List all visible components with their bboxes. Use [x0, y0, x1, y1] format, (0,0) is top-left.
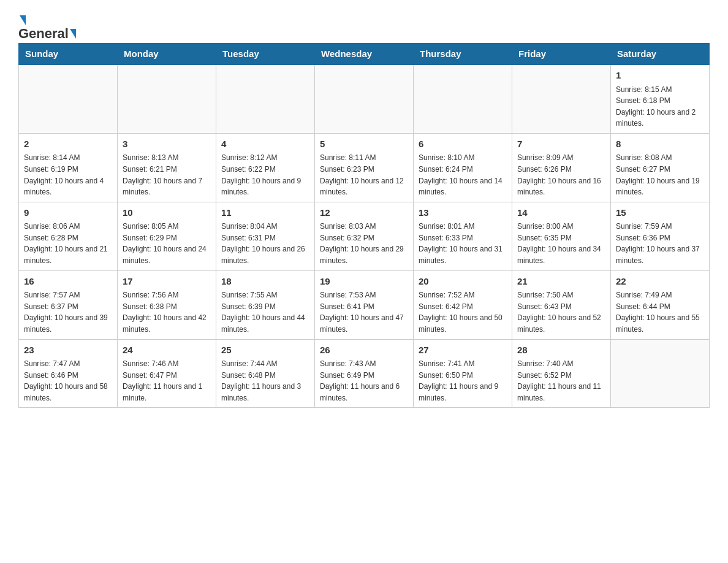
page-header: General — [18, 12, 710, 37]
calendar-cell: 27Sunrise: 7:41 AMSunset: 6:50 PMDayligh… — [414, 339, 512, 408]
day-info: Sunrise: 7:49 AMSunset: 6:44 PMDaylight:… — [616, 289, 704, 335]
calendar-cell: 28Sunrise: 7:40 AMSunset: 6:52 PMDayligh… — [512, 339, 611, 408]
calendar-cell: 16Sunrise: 7:57 AMSunset: 6:37 PMDayligh… — [19, 270, 118, 339]
calendar-cell: 23Sunrise: 7:47 AMSunset: 6:46 PMDayligh… — [19, 339, 118, 408]
column-header-thursday: Thursday — [414, 44, 512, 65]
calendar-cell: 8Sunrise: 8:08 AMSunset: 6:27 PMDaylight… — [611, 133, 710, 202]
day-info: Sunrise: 8:04 AMSunset: 6:31 PMDaylight:… — [221, 221, 309, 266]
calendar-cell: 18Sunrise: 7:55 AMSunset: 6:39 PMDayligh… — [216, 270, 315, 339]
calendar-cell: 20Sunrise: 7:52 AMSunset: 6:42 PMDayligh… — [414, 270, 512, 339]
day-info: Sunrise: 7:47 AMSunset: 6:46 PMDaylight:… — [24, 358, 112, 404]
day-number: 8 — [616, 137, 704, 151]
logo: General — [18, 12, 77, 37]
calendar-cell: 17Sunrise: 7:56 AMSunset: 6:38 PMDayligh… — [118, 270, 216, 339]
calendar-cell: 6Sunrise: 8:10 AMSunset: 6:24 PMDaylight… — [414, 133, 512, 202]
day-info: Sunrise: 8:00 AMSunset: 6:35 PMDaylight:… — [517, 221, 605, 266]
day-info: Sunrise: 8:12 AMSunset: 6:22 PMDaylight:… — [221, 152, 309, 197]
calendar-cell: 15Sunrise: 7:59 AMSunset: 6:36 PMDayligh… — [611, 202, 710, 270]
calendar-cell — [512, 64, 611, 133]
calendar-cell: 3Sunrise: 8:13 AMSunset: 6:21 PMDaylight… — [118, 133, 216, 202]
calendar-cell: 19Sunrise: 7:53 AMSunset: 6:41 PMDayligh… — [315, 270, 414, 339]
day-info: Sunrise: 7:55 AMSunset: 6:39 PMDaylight:… — [221, 289, 309, 335]
day-info: Sunrise: 7:53 AMSunset: 6:41 PMDaylight:… — [320, 289, 408, 335]
day-number: 24 — [123, 343, 211, 358]
day-info: Sunrise: 8:08 AMSunset: 6:27 PMDaylight:… — [616, 152, 704, 197]
day-number: 9 — [24, 206, 112, 220]
logo-triangle-icon2 — [70, 29, 76, 39]
day-info: Sunrise: 7:50 AMSunset: 6:43 PMDaylight:… — [517, 289, 605, 335]
day-number: 25 — [221, 343, 309, 358]
day-number: 6 — [419, 137, 507, 151]
column-header-tuesday: Tuesday — [216, 44, 315, 65]
calendar-week-2: 2Sunrise: 8:14 AMSunset: 6:19 PMDaylight… — [19, 133, 710, 202]
day-info: Sunrise: 7:41 AMSunset: 6:50 PMDaylight:… — [419, 358, 507, 404]
day-info: Sunrise: 8:06 AMSunset: 6:28 PMDaylight:… — [24, 221, 112, 266]
calendar-cell: 9Sunrise: 8:06 AMSunset: 6:28 PMDaylight… — [19, 202, 118, 270]
calendar-cell — [611, 339, 710, 408]
day-number: 27 — [419, 343, 507, 358]
day-info: Sunrise: 7:40 AMSunset: 6:52 PMDaylight:… — [517, 358, 605, 404]
calendar-cell: 21Sunrise: 7:50 AMSunset: 6:43 PMDayligh… — [512, 270, 611, 339]
calendar-cell: 10Sunrise: 8:05 AMSunset: 6:29 PMDayligh… — [118, 202, 216, 270]
calendar-week-1: 1Sunrise: 8:15 AMSunset: 6:18 PMDaylight… — [19, 64, 710, 133]
calendar-cell: 22Sunrise: 7:49 AMSunset: 6:44 PMDayligh… — [611, 270, 710, 339]
calendar-cell — [216, 64, 315, 133]
day-info: Sunrise: 8:10 AMSunset: 6:24 PMDaylight:… — [419, 152, 507, 197]
day-number: 17 — [123, 275, 211, 289]
calendar-cell — [414, 64, 512, 133]
calendar-header-row: SundayMondayTuesdayWednesdayThursdayFrid… — [19, 44, 710, 65]
day-number: 7 — [517, 137, 605, 151]
calendar-cell: 4Sunrise: 8:12 AMSunset: 6:22 PMDaylight… — [216, 133, 315, 202]
logo-triangle-icon — [20, 15, 26, 25]
day-info: Sunrise: 7:44 AMSunset: 6:48 PMDaylight:… — [221, 358, 309, 404]
calendar-cell: 12Sunrise: 8:03 AMSunset: 6:32 PMDayligh… — [315, 202, 414, 270]
calendar-cell: 11Sunrise: 8:04 AMSunset: 6:31 PMDayligh… — [216, 202, 315, 270]
day-info: Sunrise: 7:57 AMSunset: 6:37 PMDaylight:… — [24, 289, 112, 335]
day-info: Sunrise: 7:59 AMSunset: 6:36 PMDaylight:… — [616, 221, 704, 266]
column-header-wednesday: Wednesday — [315, 44, 414, 65]
day-number: 5 — [320, 137, 408, 151]
calendar-cell — [118, 64, 216, 133]
day-number: 11 — [221, 206, 309, 220]
column-header-sunday: Sunday — [19, 44, 118, 65]
calendar-cell: 7Sunrise: 8:09 AMSunset: 6:26 PMDaylight… — [512, 133, 611, 202]
calendar-cell: 5Sunrise: 8:11 AMSunset: 6:23 PMDaylight… — [315, 133, 414, 202]
day-info: Sunrise: 8:15 AMSunset: 6:18 PMDaylight:… — [616, 84, 704, 129]
day-number: 3 — [123, 137, 211, 151]
day-number: 18 — [221, 275, 309, 289]
calendar-week-4: 16Sunrise: 7:57 AMSunset: 6:37 PMDayligh… — [19, 270, 710, 339]
day-number: 21 — [517, 275, 605, 289]
day-number: 15 — [616, 206, 704, 220]
day-number: 12 — [320, 206, 408, 220]
logo-general-bottom: General — [18, 26, 69, 42]
day-number: 10 — [123, 206, 211, 220]
column-header-monday: Monday — [118, 44, 216, 65]
calendar-cell — [19, 64, 118, 133]
day-number: 13 — [419, 206, 507, 220]
day-info: Sunrise: 8:14 AMSunset: 6:19 PMDaylight:… — [24, 152, 112, 197]
calendar-cell: 26Sunrise: 7:43 AMSunset: 6:49 PMDayligh… — [315, 339, 414, 408]
calendar-cell — [315, 64, 414, 133]
day-number: 1 — [616, 69, 704, 83]
day-number: 14 — [517, 206, 605, 220]
day-number: 26 — [320, 343, 408, 358]
day-info: Sunrise: 7:52 AMSunset: 6:42 PMDaylight:… — [419, 289, 507, 335]
day-number: 16 — [24, 275, 112, 289]
day-info: Sunrise: 8:05 AMSunset: 6:29 PMDaylight:… — [123, 221, 211, 266]
day-number: 23 — [24, 343, 112, 358]
calendar-cell: 14Sunrise: 8:00 AMSunset: 6:35 PMDayligh… — [512, 202, 611, 270]
day-info: Sunrise: 7:43 AMSunset: 6:49 PMDaylight:… — [320, 358, 408, 404]
column-header-friday: Friday — [512, 44, 611, 65]
day-number: 4 — [221, 137, 309, 151]
day-info: Sunrise: 8:11 AMSunset: 6:23 PMDaylight:… — [320, 152, 408, 197]
day-number: 22 — [616, 275, 704, 289]
calendar-cell: 2Sunrise: 8:14 AMSunset: 6:19 PMDaylight… — [19, 133, 118, 202]
day-info: Sunrise: 8:13 AMSunset: 6:21 PMDaylight:… — [123, 152, 211, 197]
day-info: Sunrise: 7:56 AMSunset: 6:38 PMDaylight:… — [123, 289, 211, 335]
day-info: Sunrise: 8:01 AMSunset: 6:33 PMDaylight:… — [419, 221, 507, 266]
calendar-cell: 13Sunrise: 8:01 AMSunset: 6:33 PMDayligh… — [414, 202, 512, 270]
calendar-cell: 25Sunrise: 7:44 AMSunset: 6:48 PMDayligh… — [216, 339, 315, 408]
day-number: 28 — [517, 343, 605, 358]
calendar-table: SundayMondayTuesdayWednesdayThursdayFrid… — [18, 43, 710, 408]
day-number: 2 — [24, 137, 112, 151]
